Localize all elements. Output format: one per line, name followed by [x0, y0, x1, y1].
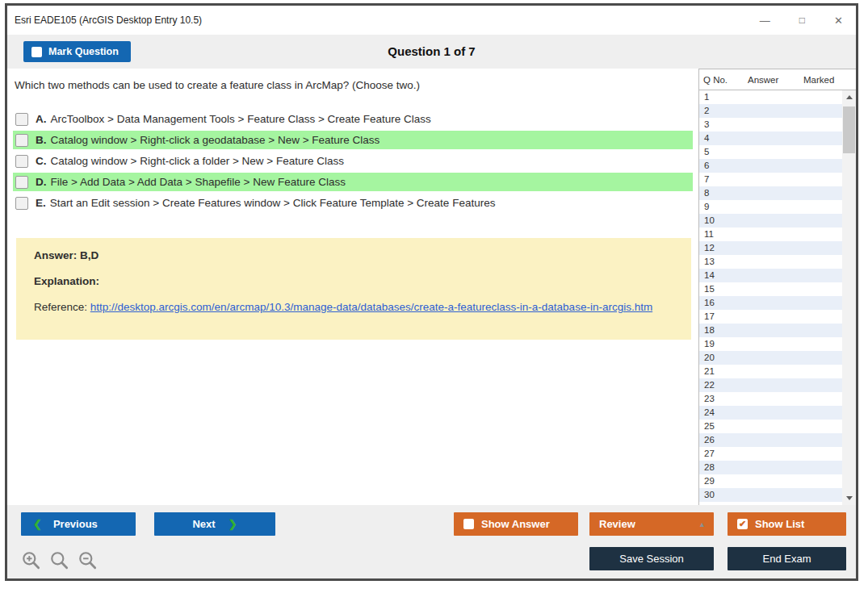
- question-list-header: Q No. Answer Marked: [699, 69, 856, 90]
- option-letter: C.: [36, 155, 47, 167]
- options-list: A.ArcToolbox > Data Management Tools > F…: [13, 110, 693, 215]
- question-list-row-30[interactable]: 30: [699, 488, 842, 502]
- answer-panel: Answer: B,D Explanation: Reference: http…: [16, 238, 691, 340]
- question-list-row-12[interactable]: 12: [699, 241, 842, 255]
- show-answer-label: Show Answer: [481, 518, 550, 530]
- window-controls: — □ ✕: [760, 6, 843, 35]
- option-letter: A.: [36, 113, 47, 125]
- mark-question-checkbox-icon: [31, 47, 42, 57]
- question-list-panel: Q No. Answer Marked 12345678910111213141…: [698, 69, 856, 505]
- option-checkbox-B[interactable]: [15, 134, 28, 147]
- question-list-row-16[interactable]: 16: [699, 296, 842, 310]
- question-list-row-3[interactable]: 3: [699, 118, 842, 132]
- question-area: Which two methods can be used to create …: [7, 69, 698, 505]
- zoom-in-icon[interactable]: [21, 550, 42, 571]
- question-list-row-20[interactable]: 20: [699, 351, 842, 365]
- option-checkbox-A[interactable]: [15, 113, 28, 126]
- scroll-up-icon[interactable]: [842, 90, 856, 104]
- answer-value: Answer: B,D: [34, 248, 673, 263]
- chevron-up-icon: ▲: [698, 520, 706, 528]
- question-list-row-24[interactable]: 24: [699, 406, 842, 420]
- column-answer: Answer: [748, 75, 803, 85]
- question-list-row-27[interactable]: 27: [699, 447, 842, 461]
- question-list-row-17[interactable]: 17: [699, 310, 842, 324]
- chevron-left-icon: ❮: [33, 518, 42, 530]
- review-dropdown-button[interactable]: Review ▲: [589, 512, 714, 536]
- minimize-icon[interactable]: —: [760, 15, 770, 26]
- question-text: Which two methods can be used to create …: [15, 79, 420, 91]
- option-checkbox-D[interactable]: [15, 176, 28, 189]
- end-exam-button[interactable]: End Exam: [728, 547, 846, 570]
- review-label: Review: [599, 518, 635, 530]
- check-icon: ✔: [739, 520, 746, 528]
- question-list-rows: 1234567891011121314151617181920212223242…: [699, 90, 842, 505]
- zoom-toolbar: [21, 550, 99, 571]
- reference-line: Reference: http://desktop.arcgis.com/en/…: [34, 300, 673, 315]
- option-row-D[interactable]: D.File > Add Data > Add Data > Shapefile…: [13, 173, 693, 191]
- option-text: ArcToolbox > Data Management Tools > Fea…: [51, 113, 431, 125]
- option-text: Catalog window > Right-click a geodataba…: [51, 134, 380, 146]
- question-list-row-13[interactable]: 13: [699, 255, 842, 269]
- question-list-scrollbar[interactable]: [842, 90, 856, 505]
- show-answer-button[interactable]: Show Answer: [454, 512, 578, 536]
- question-list-row-15[interactable]: 15: [699, 282, 842, 296]
- close-icon[interactable]: ✕: [834, 15, 843, 26]
- show-list-button[interactable]: ✔ Show List: [728, 512, 846, 536]
- previous-button[interactable]: ❮ Previous: [21, 512, 136, 536]
- exam-window: Esri EADE105 (ArcGIS Desktop Entry 10.5)…: [5, 3, 858, 581]
- zoom-out-icon[interactable]: [78, 550, 99, 571]
- show-list-checkbox-icon: ✔: [737, 519, 748, 529]
- question-list-row-2[interactable]: 2: [699, 104, 842, 118]
- column-q-no: Q No.: [699, 75, 748, 85]
- mark-question-label: Mark Question: [48, 46, 119, 57]
- question-list-row-5[interactable]: 5: [699, 145, 842, 159]
- footer-bar: ❮ Previous Next ❯ Show Answer Review ▲ ✔…: [7, 505, 856, 578]
- question-list-row-9[interactable]: 9: [699, 200, 842, 214]
- zoom-reset-icon[interactable]: [49, 550, 70, 571]
- option-row-E[interactable]: E.Start an Edit session > Create Feature…: [13, 194, 693, 212]
- maximize-icon[interactable]: □: [799, 15, 805, 25]
- question-list-row-6[interactable]: 6: [699, 159, 842, 173]
- question-list-row-8[interactable]: 8: [699, 186, 842, 200]
- mark-question-button[interactable]: Mark Question: [23, 41, 131, 62]
- question-list-row-19[interactable]: 19: [699, 337, 842, 351]
- question-list-row-21[interactable]: 21: [699, 365, 842, 378]
- question-list-row-18[interactable]: 18: [699, 324, 842, 337]
- option-text: Catalog window > Right-click a folder > …: [51, 155, 345, 167]
- question-list-row-22[interactable]: 22: [699, 378, 842, 392]
- question-list-row-23[interactable]: 23: [699, 392, 842, 406]
- option-letter: B.: [36, 134, 47, 146]
- option-letter: E.: [36, 197, 46, 209]
- option-text: Start an Edit session > Create Features …: [50, 197, 496, 209]
- reference-link[interactable]: http://desktop.arcgis.com/en/arcmap/10.3…: [90, 301, 652, 313]
- reference-prefix: Reference:: [34, 301, 90, 313]
- option-checkbox-E[interactable]: [15, 197, 28, 210]
- question-list-row-10[interactable]: 10: [699, 214, 842, 228]
- question-list-row-7[interactable]: 7: [699, 173, 842, 186]
- scrollbar-thumb[interactable]: [843, 106, 855, 153]
- question-list-row-25[interactable]: 25: [699, 420, 842, 433]
- question-list-row-26[interactable]: 26: [699, 433, 842, 447]
- chevron-right-icon: ❯: [229, 518, 237, 530]
- option-row-B[interactable]: B.Catalog window > Right-click a geodata…: [13, 131, 693, 149]
- end-exam-label: End Exam: [763, 553, 811, 565]
- question-list-row-28[interactable]: 28: [699, 461, 842, 474]
- title-bar: Esri EADE105 (ArcGIS Desktop Entry 10.5)…: [7, 6, 856, 35]
- next-button[interactable]: Next ❯: [154, 512, 275, 536]
- question-list-row-29[interactable]: 29: [699, 474, 842, 488]
- scroll-down-icon[interactable]: [842, 491, 856, 505]
- header-bar: Question 1 of 7 Mark Question: [7, 35, 856, 69]
- option-checkbox-C[interactable]: [15, 155, 28, 168]
- option-row-A[interactable]: A.ArcToolbox > Data Management Tools > F…: [13, 110, 693, 128]
- option-letter: D.: [36, 176, 47, 188]
- question-list-row-11[interactable]: 11: [699, 228, 842, 241]
- question-list-row-1[interactable]: 1: [699, 90, 842, 104]
- question-list-row-4[interactable]: 4: [699, 132, 842, 145]
- question-list-row-14[interactable]: 14: [699, 269, 842, 282]
- save-session-button[interactable]: Save Session: [589, 547, 714, 570]
- option-row-C[interactable]: C.Catalog window > Right-click a folder …: [13, 152, 693, 170]
- column-marked: Marked: [803, 75, 856, 85]
- next-label: Next: [192, 518, 215, 530]
- window-title: Esri EADE105 (ArcGIS Desktop Entry 10.5): [15, 6, 202, 35]
- question-counter: Question 1 of 7: [7, 35, 856, 69]
